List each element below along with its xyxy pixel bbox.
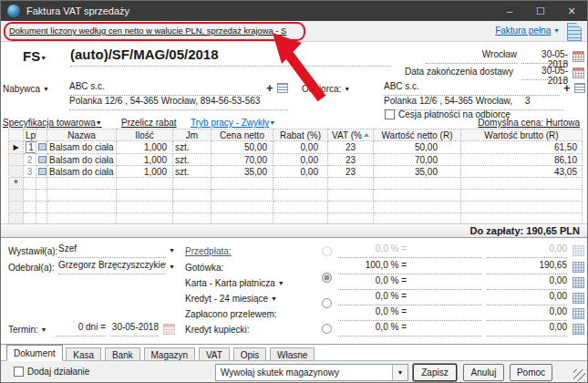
- calculator-icon[interactable]: [573, 277, 584, 288]
- payment-label-prepayment[interactable]: Przedpłata:: [185, 246, 232, 256]
- tab-kasa[interactable]: Kasa: [66, 347, 101, 361]
- col-qty[interactable]: Ilość: [117, 129, 173, 141]
- payment-amount-field[interactable]: 0,00: [487, 291, 567, 305]
- table-row[interactable]: ▶ 1 Balsam do ciała 1,000 szt. 50,00 0,0…: [9, 141, 583, 154]
- chevron-down-icon[interactable]: ▼: [169, 247, 175, 254]
- payment-radio-prepayment[interactable]: [322, 246, 332, 256]
- receiver-name-field[interactable]: ABC s.c.: [384, 81, 560, 96]
- term-days-field[interactable]: 0 dni =: [56, 322, 106, 336]
- payment-amount-field[interactable]: 0,00: [487, 275, 567, 290]
- row-selector-icon[interactable]: ▶: [9, 141, 24, 154]
- payment-label-transfer[interactable]: Zapłacono przelewem:: [185, 309, 277, 319]
- cell-discount[interactable]: 0,00: [273, 166, 328, 178]
- add-buyer-button[interactable]: +: [266, 83, 273, 93]
- cell-vat[interactable]: 23: [328, 154, 374, 166]
- buyer-list-icon[interactable]: [277, 83, 288, 93]
- payment-amount-field[interactable]: 0,00: [487, 322, 567, 336]
- add-action-row[interactable]: Dodaj działanie: [14, 367, 89, 377]
- tab-bank[interactable]: Bank: [105, 347, 140, 361]
- calculator-icon[interactable]: [573, 293, 584, 304]
- cell-gross[interactable]: 86,10: [461, 154, 583, 166]
- payment-radio-card[interactable]: [322, 298, 332, 308]
- stock-effect-dropdown[interactable]: Wywołaj skutek magazynowy ▼: [215, 364, 408, 381]
- cell-vat[interactable]: 23: [328, 166, 374, 178]
- tab-magazyn[interactable]: Magazyn: [144, 347, 196, 361]
- calculator-icon[interactable]: [573, 324, 584, 335]
- receiver-selector[interactable]: Odbiorca: ▼: [302, 84, 350, 94]
- cell-name[interactable]: Balsam do ciała: [47, 154, 117, 166]
- tab-vat[interactable]: VAT: [199, 347, 230, 361]
- close-button[interactable]: ✕: [556, 1, 587, 21]
- payment-pct-field[interactable]: 100,0 % =: [338, 260, 481, 274]
- cell-price[interactable]: 50,00: [211, 141, 273, 154]
- cancel-button[interactable]: Anuluj: [463, 364, 504, 381]
- cell-price[interactable]: 70,00: [211, 154, 273, 166]
- buyer-name-field[interactable]: ABC s.c.: [69, 81, 262, 96]
- cession-checkbox[interactable]: [385, 109, 395, 119]
- payment-amount-field[interactable]: 0,00: [487, 243, 567, 258]
- term-selector[interactable]: Termin: ▼: [8, 325, 47, 335]
- maximize-button[interactable]: ☐: [525, 1, 556, 21]
- payment-pct-field[interactable]: 0,0 % =: [338, 243, 481, 258]
- col-lp[interactable]: Lp: [24, 129, 36, 141]
- cell-net[interactable]: 70,00: [374, 154, 461, 166]
- new-item-row[interactable]: *: [9, 178, 583, 190]
- payment-pct-field[interactable]: 0,0 % =: [338, 306, 481, 321]
- received-by-field[interactable]: Grzegorz Brzęczyszczykiewicz: [58, 260, 166, 274]
- add-action-checkbox[interactable]: [14, 367, 24, 377]
- col-name[interactable]: Nazwa: [47, 129, 117, 141]
- row-selector[interactable]: [9, 154, 24, 166]
- payment-label-trade-credit[interactable]: Kredyt kupiecki:: [185, 325, 250, 335]
- term-date-field[interactable]: 30-05-2018: [110, 322, 159, 336]
- receiver-address-field[interactable]: Polanka 12/6 , 54-365 Wrocław, 3: [384, 96, 563, 110]
- payment-amount-field[interactable]: 0,00: [487, 306, 567, 321]
- payment-radio-credit24[interactable]: [322, 324, 332, 334]
- payment-amount-field[interactable]: 190,65: [487, 260, 567, 274]
- minimize-button[interactable]: –: [494, 1, 525, 21]
- doc-number-field[interactable]: (auto)/SF/MAG/05/2018: [70, 47, 391, 67]
- delivery-date-field[interactable]: 30-05-2018: [521, 66, 568, 80]
- cell-discount[interactable]: 0,00: [273, 154, 328, 166]
- help-button[interactable]: Pomoc: [510, 364, 552, 381]
- tab-wlasne[interactable]: Własne: [270, 347, 315, 361]
- resize-grip[interactable]: [573, 369, 585, 381]
- cell-net[interactable]: 35,00: [374, 166, 461, 178]
- payment-label-credit24[interactable]: Kredyt - 24 miesiące ▼: [185, 294, 277, 304]
- cell-qty[interactable]: 1,000: [117, 166, 173, 178]
- document-mode-label[interactable]: Dokument liczony według cen netto w walu…: [9, 26, 286, 36]
- issued-by-field[interactable]: Szef: [58, 243, 166, 258]
- payment-label-cash[interactable]: Gotówka:: [185, 263, 223, 273]
- cell-name[interactable]: Balsam do ciała: [47, 141, 117, 154]
- save-button[interactable]: Zapisz: [413, 364, 457, 381]
- chevron-down-icon[interactable]: ▼: [169, 264, 175, 270]
- cell-name[interactable]: Balsam do ciała: [47, 166, 117, 178]
- cell-discount[interactable]: 0,00: [273, 141, 328, 154]
- table-row[interactable]: 2 Balsam do ciała 1,000 szt. 70,00 0,00 …: [9, 154, 583, 166]
- payment-radio-cash[interactable]: [322, 273, 332, 283]
- cell-unit[interactable]: szt.: [173, 166, 211, 178]
- buyer-selector[interactable]: Nabywca ▼: [3, 84, 49, 94]
- item-spec-menu[interactable]: Specyfikacja towarowa▼: [3, 118, 102, 128]
- document-icon[interactable]: [567, 23, 582, 41]
- col-price[interactable]: Cena netto: [211, 129, 273, 141]
- col-net[interactable]: Wartość netto (R): [374, 129, 461, 141]
- tab-dokument[interactable]: Dokument: [6, 345, 63, 361]
- issue-date-field[interactable]: 30-05-2018: [521, 49, 568, 64]
- cell-qty[interactable]: 1,000: [117, 154, 173, 166]
- payment-pct-field[interactable]: 0,0 % =: [338, 291, 481, 305]
- work-mode-menu[interactable]: Tryb pracy - Zwykły▼: [191, 118, 275, 128]
- receiver-list-icon[interactable]: [574, 83, 585, 93]
- invoice-type-link[interactable]: Faktura pełna ▼: [495, 26, 560, 36]
- doc-type-selector[interactable]: FS▼: [23, 48, 46, 64]
- col-icon[interactable]: [36, 129, 47, 141]
- calendar-icon[interactable]: [573, 51, 584, 62]
- payment-label-card[interactable]: Karta - Karta płatnicza ▼: [185, 278, 284, 288]
- cell-gross[interactable]: 61,50: [461, 141, 583, 154]
- payment-pct-field[interactable]: 0,0 % =: [338, 275, 481, 290]
- buyer-address-field[interactable]: Polanka 12/6 , 54-365 Wrocław, 894-56-53…: [69, 96, 288, 110]
- cell-net[interactable]: 50,00: [374, 141, 461, 154]
- tab-opis[interactable]: Opis: [233, 347, 267, 361]
- cell-qty[interactable]: 1,000: [117, 141, 173, 154]
- calendar-icon[interactable]: [573, 67, 584, 78]
- calculator-icon[interactable]: [573, 308, 584, 319]
